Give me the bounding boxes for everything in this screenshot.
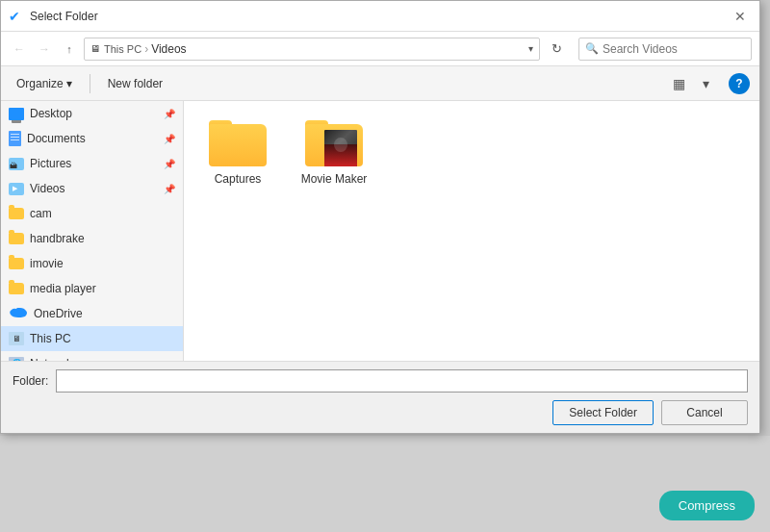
refresh-button[interactable]: ↻	[546, 38, 567, 60]
sidebar: Desktop 📌 Documents 📌 Pictures 📌 Videos …	[1, 101, 184, 361]
search-icon: 🔍	[585, 42, 599, 55]
cancel-button[interactable]: Cancel	[661, 400, 748, 425]
sidebar-label-documents: Documents	[27, 132, 86, 145]
bottom-area: Folder: Select Folder Cancel	[1, 361, 759, 433]
movie-maker-folder-icon	[305, 120, 363, 166]
select-folder-dialog: ✔ Select Folder ✕ ← → ↑ 🖥 This PC › Vide…	[0, 0, 760, 434]
toolbar-separator	[90, 74, 90, 93]
back-button[interactable]: ←	[9, 38, 30, 60]
network-icon: 🌐	[9, 357, 24, 361]
captures-folder-label: Captures	[215, 172, 262, 186]
content-area: Desktop 📌 Documents 📌 Pictures 📌 Videos …	[1, 101, 759, 361]
sidebar-label-this-pc: This PC	[30, 332, 71, 345]
breadcrumb-separator: ›	[144, 42, 148, 56]
videos-icon	[9, 183, 24, 195]
desktop-icon	[9, 108, 24, 120]
toolbar: Organize ▾ New folder ▦ ▾ ?	[1, 66, 759, 101]
documents-icon	[9, 131, 21, 146]
view-list-button[interactable]: ▦	[667, 72, 690, 95]
title-bar: ✔ Select Folder ✕	[1, 1, 759, 32]
sidebar-label-onedrive: OneDrive	[34, 307, 83, 320]
sidebar-item-videos[interactable]: Videos 📌	[1, 176, 183, 201]
dialog-title: Select Folder	[30, 10, 729, 23]
sidebar-label-imovie: imovie	[30, 257, 64, 270]
folder-path-input[interactable]	[56, 369, 748, 393]
organize-label: Organize	[16, 77, 64, 90]
breadcrumb-dropdown-icon: ▾	[528, 43, 533, 54]
breadcrumb-thispc-label: This PC	[104, 43, 141, 55]
captures-folder-body	[209, 124, 267, 166]
button-row: Select Folder Cancel	[13, 400, 748, 425]
folder-grid: Captures Movie Maker	[184, 101, 759, 361]
pin-icon-desktop: 📌	[164, 109, 175, 119]
sidebar-item-network[interactable]: 🌐 Network	[1, 351, 183, 361]
help-button[interactable]: ?	[729, 73, 750, 94]
pin-icon-pictures: 📌	[164, 159, 175, 169]
sidebar-item-imovie[interactable]: imovie	[1, 251, 183, 276]
sidebar-item-onedrive[interactable]: OneDrive	[1, 301, 183, 326]
close-button[interactable]: ✕	[729, 5, 752, 28]
sidebar-label-desktop: Desktop	[30, 107, 72, 120]
sidebar-item-desktop[interactable]: Desktop 📌	[1, 101, 183, 126]
compress-button[interactable]: Compress	[659, 491, 755, 520]
sidebar-label-cam: cam	[30, 207, 52, 220]
sidebar-item-media-player[interactable]: media player	[1, 276, 183, 301]
navigation-bar: ← → ↑ 🖥 This PC › Videos ▾ ↻ 🔍	[1, 32, 759, 66]
breadcrumb-videos-label: Videos	[151, 42, 186, 56]
folder-movie-maker[interactable]: Movie Maker	[295, 116, 372, 190]
search-input[interactable]	[603, 42, 745, 56]
background-area: Compress	[0, 436, 770, 532]
forward-button[interactable]: →	[34, 38, 55, 60]
pictures-icon	[9, 158, 24, 170]
thispc-icon: 🖥	[9, 332, 24, 345]
toolbar-right: ▦ ▾ ?	[667, 72, 750, 95]
breadcrumb[interactable]: 🖥 This PC › Videos ▾	[84, 38, 540, 61]
view-dropdown-button[interactable]: ▾	[694, 72, 717, 95]
sidebar-label-videos: Videos	[30, 182, 64, 195]
new-folder-button[interactable]: New folder	[102, 74, 168, 93]
breadcrumb-thispc: 🖥 This PC	[90, 43, 141, 55]
breadcrumb-videos: Videos	[151, 42, 186, 56]
movie-maker-folder-body	[305, 124, 363, 166]
search-box: 🔍	[578, 38, 752, 61]
sidebar-label-pictures: Pictures	[30, 157, 71, 170]
folder-icon-handbrake	[9, 233, 24, 244]
folder-input-row: Folder:	[13, 369, 748, 393]
organize-button[interactable]: Organize ▾	[11, 74, 78, 93]
folder-icon-cam	[9, 208, 24, 219]
onedrive-icon	[9, 308, 28, 319]
folder-captures[interactable]: Captures	[199, 116, 276, 190]
organize-dropdown-icon: ▾	[66, 77, 72, 90]
sidebar-item-handbrake[interactable]: handbrake	[1, 226, 183, 251]
folder-icon-media-player	[9, 283, 24, 294]
up-button[interactable]: ↑	[59, 38, 80, 60]
sidebar-label-handbrake: handbrake	[30, 232, 85, 245]
new-folder-label: New folder	[108, 77, 163, 90]
sidebar-label-network: Network	[30, 357, 72, 361]
pin-icon-documents: 📌	[164, 134, 175, 144]
folder-icon-imovie	[9, 258, 24, 269]
select-folder-button[interactable]: Select Folder	[552, 400, 654, 425]
sidebar-item-cam[interactable]: cam	[1, 201, 183, 226]
captures-folder-icon	[209, 120, 267, 166]
movie-maker-folder-label: Movie Maker	[301, 172, 368, 186]
sidebar-item-this-pc[interactable]: 🖥 This PC	[1, 326, 183, 351]
movie-thumb	[324, 130, 357, 166]
app-icon: ✔	[9, 9, 24, 24]
sidebar-label-media-player: media player	[30, 282, 96, 295]
sidebar-item-documents[interactable]: Documents 📌	[1, 126, 183, 151]
folder-input-label: Folder:	[13, 374, 48, 388]
pin-icon-videos: 📌	[164, 184, 175, 194]
sidebar-item-pictures[interactable]: Pictures 📌	[1, 151, 183, 176]
